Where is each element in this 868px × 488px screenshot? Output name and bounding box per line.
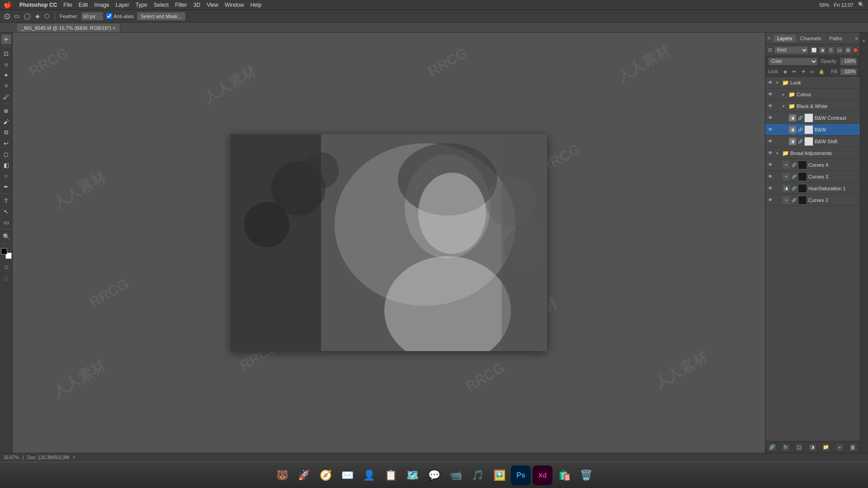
tool-shape-ellipse[interactable]: ◯ [24, 13, 31, 19]
menu-type[interactable]: Type [136, 2, 147, 8]
tool-shape-rect[interactable]: ▭ [14, 13, 19, 19]
filter-pixel-btn[interactable]: ⬜ [810, 47, 817, 54]
visibility-bw-contrast[interactable]: 👁 [767, 115, 774, 121]
layer-row-bw-shift[interactable]: 👁 ◑ 🔗 B&W Shift [765, 136, 860, 147]
layer-row-curves3[interactable]: 👁 ~ 🔗 Curves 3 [765, 171, 860, 183]
new-layer-btn[interactable]: + [835, 443, 844, 451]
tool-quick-select[interactable]: ✦ [1, 70, 11, 80]
select-mask-button[interactable]: Select and Mask... [137, 12, 186, 21]
new-adj-btn[interactable]: ◑ [808, 443, 816, 451]
dock-safari[interactable]: 🧭 [316, 465, 335, 485]
tool-crop[interactable]: ⌗ [1, 81, 11, 91]
filter-type-btn[interactable]: T [827, 47, 835, 54]
filter-smart-btn[interactable]: ⚙ [844, 47, 852, 54]
visibility-bw-shift[interactable]: 👁 [767, 138, 774, 145]
menu-window[interactable]: Window [225, 2, 244, 8]
tool-path-select[interactable]: ↖ [1, 206, 11, 216]
link-layers-btn[interactable]: 🔗 [768, 443, 776, 451]
filter-active-indicator[interactable] [854, 48, 857, 52]
tool-mode-standard[interactable]: ◻ [1, 262, 11, 272]
feather-input[interactable] [81, 12, 104, 21]
dock-xd[interactable]: Xd [533, 465, 552, 485]
lock-position-btn[interactable]: ✛ [800, 68, 807, 75]
antialiase-checkbox[interactable] [106, 13, 112, 19]
visibility-curves3[interactable]: 👁 [767, 174, 774, 180]
dock-finder[interactable]: 🐻 [272, 465, 292, 485]
lock-transparent-btn[interactable]: ◈ [782, 68, 789, 75]
apple-menu[interactable]: 🍎 [4, 1, 11, 9]
tool-brush[interactable]: 🖌 [1, 117, 11, 127]
search-icon[interactable]: 🔍 [858, 2, 864, 8]
dock-launchpad[interactable]: 🚀 [294, 465, 314, 485]
add-mask-btn[interactable]: ◻ [795, 443, 803, 451]
tool-type[interactable]: T [1, 196, 11, 206]
dock-trash[interactable]: 🗑️ [576, 465, 596, 485]
blend-mode-select[interactable]: Color Normal Multiply Screen Overlay Lum… [768, 57, 818, 66]
tool-dodge[interactable]: ○ [1, 171, 11, 181]
dock-mail[interactable]: ✉️ [337, 465, 357, 485]
dock-reminders[interactable]: 📋 [381, 465, 401, 485]
tool-gradient[interactable]: ◧ [1, 160, 11, 170]
dock-messages[interactable]: 💬 [424, 465, 444, 485]
dock-itunes[interactable]: 🎵 [467, 465, 487, 485]
filter-shape-btn[interactable]: ▭ [836, 47, 843, 54]
tool-quickmask[interactable]: ⬚ [1, 273, 11, 283]
layer-row-bw-layer[interactable]: 👁 ◑ 🔗 B&W [765, 124, 860, 136]
menu-image[interactable]: Image [94, 2, 109, 8]
app-name[interactable]: Photoshop CC [19, 2, 57, 8]
tool-pen[interactable]: ✒ [1, 182, 11, 192]
layer-row-colour[interactable]: 👁 ▸ 📁 Colour [765, 89, 860, 100]
visibility-look[interactable]: 👁 [767, 80, 774, 86]
visibility-bw-layer[interactable]: 👁 [767, 127, 774, 133]
layer-row-curves2[interactable]: 👁 ~ 🔗 Curves 2 [765, 194, 860, 206]
filter-kind-select[interactable]: Kind Name Effect [774, 46, 808, 54]
menu-help[interactable]: Help [250, 2, 262, 8]
lock-image-btn[interactable]: ✏ [791, 68, 798, 75]
lock-artboard-btn[interactable]: ▭ [809, 68, 816, 75]
panel-close-btn[interactable]: ✕ [767, 36, 771, 41]
panel-menu-icon[interactable]: ≡ [855, 35, 858, 42]
tab-paths[interactable]: Paths [826, 35, 846, 42]
expand-bw[interactable]: ▾ [783, 104, 787, 108]
tab-layers[interactable]: Layers [774, 35, 796, 42]
antialiase-label[interactable]: Anti-alias [106, 13, 134, 19]
tool-move[interactable]: ✛ [1, 34, 11, 44]
menu-3d[interactable]: 3D [193, 2, 200, 8]
layer-row-curves4[interactable]: 👁 ~ 🔗 Curves 4 [765, 159, 860, 171]
color-swatches[interactable] [1, 248, 12, 259]
dock-appstore[interactable]: 🛍️ [554, 465, 574, 485]
status-arrow[interactable]: > [73, 455, 75, 460]
menu-edit[interactable]: Edit [79, 2, 88, 8]
dock-facetime[interactable]: 📹 [446, 465, 466, 485]
new-group-btn[interactable]: 📁 [822, 443, 830, 451]
expand-colour[interactable]: ▸ [783, 92, 787, 97]
tool-healing[interactable]: ⊕ [1, 106, 11, 116]
fx-btn[interactable]: fx [782, 443, 790, 451]
visibility-bw[interactable]: 👁 [767, 103, 774, 109]
doc-tab[interactable]: _MG_8045.tif @ 16,7% (B&W, RGB/16*) × [16, 23, 120, 32]
tool-shape-poly[interactable]: ⬡ [44, 13, 49, 19]
tool-shape-lasso[interactable]: ◈ [35, 13, 40, 19]
filter-adj-btn[interactable]: ◑ [819, 47, 826, 54]
tool-history-brush[interactable]: ↩ [1, 138, 11, 148]
expand-broad-adj[interactable]: ▾ [776, 151, 781, 155]
foreground-color-swatch[interactable] [1, 248, 7, 254]
tool-zoom[interactable]: 🔍 [1, 231, 11, 241]
tool-clone[interactable]: ⧉ [1, 127, 11, 137]
visibility-curves4[interactable]: 👁 [767, 162, 774, 168]
layer-row-broad-adj[interactable]: 👁 ▾ 📁 Broad Adjustments [765, 147, 860, 159]
canvas-area[interactable]: RRCG 人人素材 RRCG 人人素材 人人素材 RRCG RRCG RRCG … [13, 33, 765, 453]
dock-photos[interactable]: 🖼️ [489, 465, 509, 485]
visibility-curves2[interactable]: 👁 [767, 197, 774, 203]
menu-filter[interactable]: Filter [175, 2, 187, 8]
visibility-broad-adj[interactable]: 👁 [767, 150, 774, 156]
lock-all-btn[interactable]: 🔒 [818, 68, 825, 75]
dock-contacts[interactable]: 👤 [359, 465, 379, 485]
opacity-input[interactable] [840, 57, 857, 66]
expand-look[interactable]: ▾ [776, 80, 781, 85]
layer-row-look[interactable]: 👁 ▾ 📁 Look [765, 77, 860, 89]
layer-row-hue-sat[interactable]: 👁 ◑ 🔗 Hue/Saturation 1 [765, 183, 860, 194]
layer-row-bw-contrast[interactable]: 👁 ◑ 🔗 B&W Contrast [765, 112, 860, 124]
dock-maps[interactable]: 🗺️ [402, 465, 422, 485]
tool-eyedropper[interactable]: 🖊 [1, 92, 11, 102]
